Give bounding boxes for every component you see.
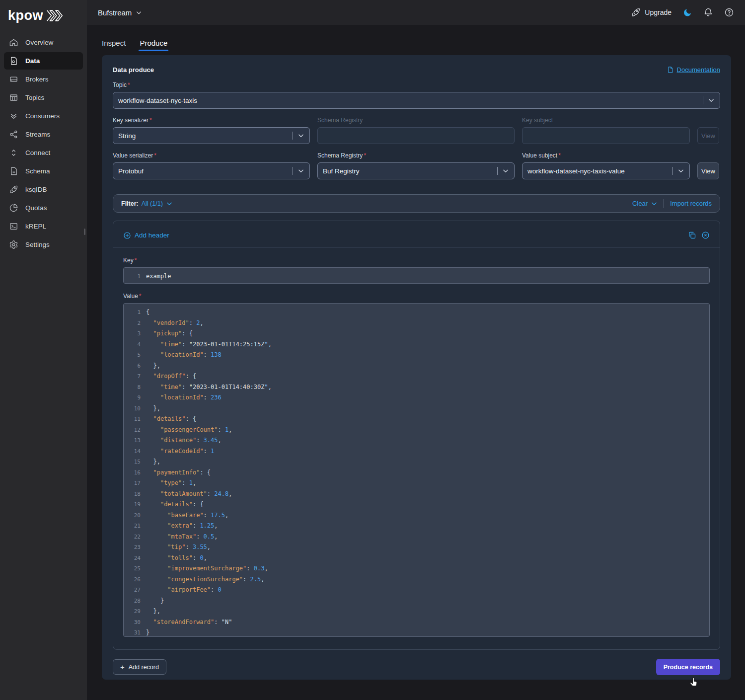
sidebar-item-krepl[interactable]: kREPL	[4, 218, 83, 235]
chevron-down-icon	[502, 167, 509, 174]
code-line: 26 "congestionSurcharge": 2.5,	[124, 574, 709, 585]
content: Inspect Produce Data produce Documentati…	[87, 25, 745, 700]
code-line: 31}	[124, 627, 709, 637]
value-subject-value: workflow-dataset-nyc-taxis-value	[527, 167, 670, 175]
notifications-bell-icon[interactable]	[703, 7, 713, 17]
sidebar-item-label: ksqIDB	[25, 186, 47, 193]
record-value-editor[interactable]: 1{2 "vendorId": 2,3 "pickup": {4 "time":…	[123, 303, 710, 637]
code-line: 8 "time": "2023-01-01T14:40:30Z",	[124, 382, 709, 393]
panel-title: Data produce	[113, 66, 154, 74]
sidebar-item-label: Topics	[25, 94, 44, 101]
key-schema-registry-input	[317, 127, 515, 144]
sidebar-item-label: Schema	[25, 167, 50, 175]
code-line: 14 "rateCodeId": 1	[124, 446, 709, 457]
schema-file-icon	[9, 166, 18, 176]
schema-registry-select[interactable]: Buf Registry	[317, 162, 515, 179]
kpow-logo: kpow	[0, 0, 87, 33]
code-line: 23 "tip": 3.55,	[124, 542, 709, 553]
produce-records-button[interactable]: Produce records	[656, 659, 720, 675]
code-line: 9 "locationId": 236	[124, 392, 709, 403]
chevron-down-icon	[298, 132, 304, 139]
sidebar-item-topics[interactable]: Topics	[4, 89, 83, 106]
value-subject-view-button[interactable]: View	[697, 162, 719, 179]
key-subject-input	[522, 127, 690, 144]
chevron-down-icon	[298, 167, 304, 174]
sidebar-item-label: Data	[25, 57, 40, 65]
required-star: *	[149, 117, 152, 124]
duplicate-record-copy-icon[interactable]	[688, 231, 696, 239]
kpow-chevrons-icon	[45, 9, 64, 22]
kpow-logo-text: kpow	[8, 9, 43, 22]
sidebar-item-label: Overview	[25, 39, 53, 46]
import-records-button[interactable]: Import records	[670, 200, 712, 207]
value-subject-label: Value subject*	[522, 152, 690, 159]
data-file-icon	[9, 56, 18, 66]
topic-select[interactable]: workflow-dataset-nyc-taxis	[113, 92, 720, 109]
record-key-editor[interactable]: 1example	[123, 267, 710, 284]
code-line: 4 "time": "2023-01-01T14:25:15Z",	[124, 339, 709, 350]
sidebar-item-data[interactable]: Data	[4, 52, 83, 70]
streams-share-icon	[9, 130, 18, 139]
filter-value: All (1/1)	[142, 200, 163, 207]
record-value-label: Value*	[123, 293, 710, 300]
required-star: *	[364, 152, 366, 159]
code-line: 11 "details": {	[124, 414, 709, 425]
add-record-button[interactable]: + Add record	[113, 659, 166, 675]
value-serializer-select[interactable]: Protobuf	[113, 162, 310, 179]
help-icon[interactable]	[724, 7, 734, 17]
sidebar-item-label: kREPL	[25, 223, 46, 230]
key-subject-view-button: View	[697, 127, 719, 144]
sidebar-item-consumers[interactable]: Consumers	[4, 107, 83, 125]
code-line: 10 },	[124, 403, 709, 414]
upgrade-button[interactable]: Upgrade	[631, 7, 671, 17]
code-line: 1example	[124, 271, 709, 282]
sidebar-item-label: Streams	[25, 131, 50, 138]
sidebar-item-settings[interactable]: Settings	[4, 236, 83, 253]
cluster-selector[interactable]: Bufstream	[98, 8, 142, 17]
plus-icon: +	[120, 663, 125, 671]
key-serializer-select[interactable]: String	[113, 127, 310, 144]
tab-inspect[interactable]: Inspect	[102, 39, 126, 55]
divider	[113, 247, 720, 248]
sidebar-item-ksqidb[interactable]: ksqIDB	[4, 181, 83, 198]
code-line: 12 "passengerCount": 1,	[124, 425, 709, 436]
sidebar-item-quotas[interactable]: Quotas	[4, 199, 83, 217]
chevron-down-icon	[166, 200, 173, 207]
filter-dropdown[interactable]: Filter: All (1/1)	[121, 200, 173, 207]
code-line: 5 "locationId": 138	[124, 350, 709, 361]
rocket-icon	[631, 7, 641, 17]
topic-value: workflow-dataset-nyc-taxis	[118, 97, 700, 104]
sidebar-item-label: Consumers	[25, 112, 60, 120]
key-serializer-label: Key serializer*	[113, 117, 310, 124]
chevron-down-icon	[651, 200, 658, 207]
documentation-link[interactable]: Documentation	[667, 66, 720, 74]
key-subject-label: Key subject	[522, 117, 690, 124]
clear-button[interactable]: Clear	[632, 200, 658, 207]
sidebar-item-label: Connect	[25, 149, 50, 156]
rocket-icon	[9, 185, 18, 194]
topbar: Bufstream Upgrade	[87, 0, 745, 25]
record-card: Add header Key* 1example Value* 1{2 "ven…	[113, 221, 720, 650]
dark-mode-toggle-moon-icon[interactable]	[682, 7, 692, 17]
sidebar-item-brokers[interactable]: Brokers	[4, 71, 83, 88]
gear-icon	[9, 240, 18, 249]
remove-record-icon[interactable]	[701, 231, 710, 239]
code-line: 2 "vendorId": 2,	[124, 318, 709, 329]
sidebar: kpow OverviewDataBrokersTopicsConsumersS…	[0, 0, 87, 700]
code-line: 18 "totalAmount": 24.8,	[124, 489, 709, 500]
home-icon	[9, 38, 18, 47]
code-line: 21 "extra": 1.25,	[124, 521, 709, 532]
sidebar-item-connect[interactable]: Connect	[4, 144, 83, 161]
add-header-button[interactable]: Add header	[123, 232, 169, 239]
tab-bar: Inspect Produce	[102, 25, 731, 55]
required-star: *	[154, 152, 156, 159]
sidebar-collapse-handle[interactable]	[84, 229, 85, 235]
sidebar-item-schema[interactable]: Schema	[4, 162, 83, 180]
code-line: 13 "distance": 3.45,	[124, 435, 709, 446]
sidebar-item-streams[interactable]: Streams	[4, 126, 83, 143]
terminal-icon	[9, 222, 18, 231]
chevron-down-icon	[136, 9, 142, 16]
sidebar-item-overview[interactable]: Overview	[4, 34, 83, 51]
tab-produce[interactable]: Produce	[140, 39, 167, 55]
value-subject-select[interactable]: workflow-dataset-nyc-taxis-value	[522, 162, 690, 179]
